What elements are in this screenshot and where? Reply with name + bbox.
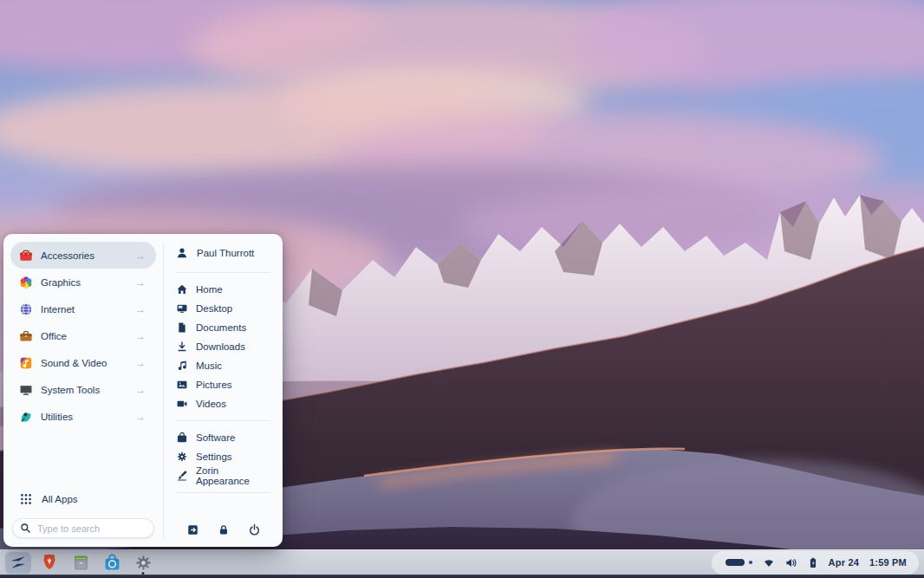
toolbox-icon <box>19 249 33 263</box>
briefcase-icon <box>19 329 33 343</box>
category-utilities[interactable]: Utilities → <box>10 403 156 430</box>
all-apps-label: All Apps <box>42 494 78 504</box>
menu-item-label: Settings <box>196 451 232 462</box>
file-cabinet-icon <box>72 554 90 572</box>
place-downloads[interactable]: Downloads <box>176 337 270 356</box>
menu-item-zorin-appearance[interactable]: Zorin Appearance <box>176 466 270 485</box>
brave-browser-button[interactable] <box>36 552 62 574</box>
category-label: Office <box>41 331 127 341</box>
category-label: Utilities <box>41 412 127 422</box>
submenu-arrow-icon: → <box>135 412 146 422</box>
menu-item-label: Zorin Appearance <box>196 465 270 486</box>
menu-item-label: Software <box>196 432 235 443</box>
files-button[interactable] <box>68 552 94 574</box>
wifi-icon <box>763 557 775 568</box>
battery-pill-icon <box>726 559 752 566</box>
download-icon <box>176 341 188 353</box>
brush-icon <box>176 470 188 482</box>
settings-button[interactable] <box>130 552 156 574</box>
desktop-icon <box>176 302 188 315</box>
place-music[interactable]: Music <box>176 356 270 375</box>
lock-icon <box>218 523 230 536</box>
software-store-button[interactable] <box>99 552 125 574</box>
zorin-logo-icon <box>9 553 28 572</box>
screen-bottom-edge <box>0 575 924 578</box>
menu-item-settings[interactable]: Settings <box>176 447 270 466</box>
user-icon <box>176 247 188 259</box>
software-bag-icon <box>176 432 188 444</box>
place-videos[interactable]: Videos <box>176 394 270 413</box>
place-label: Music <box>196 360 222 371</box>
place-label: Pictures <box>196 380 232 390</box>
system-tray[interactable]: Apr 24 1:59 PM <box>712 551 919 575</box>
submenu-arrow-icon: → <box>135 331 146 341</box>
place-desktop[interactable]: Desktop <box>176 299 270 318</box>
all-apps-button[interactable]: All Apps <box>10 488 156 510</box>
brave-shield-icon <box>41 553 58 572</box>
power-icon <box>248 523 261 536</box>
app-menu-panel: Accessories → Graphics → <box>3 234 283 547</box>
tray-clock: 1:59 PM <box>869 557 907 568</box>
apps-grid-icon <box>19 492 33 506</box>
graphics-flower-icon <box>19 276 33 289</box>
user-account-item[interactable]: Paul Thurrott <box>176 241 270 265</box>
submenu-arrow-icon: → <box>135 250 146 261</box>
gear-icon <box>134 554 153 572</box>
battery-icon <box>808 556 818 569</box>
category-label: Graphics <box>41 277 127 288</box>
submenu-arrow-icon: → <box>135 304 146 315</box>
logout-button[interactable] <box>183 521 202 538</box>
divider <box>176 492 270 493</box>
volume-icon <box>785 557 797 568</box>
place-documents[interactable]: Documents <box>176 318 270 337</box>
search-icon <box>20 523 31 534</box>
menu-categories-column: Accessories → Graphics → <box>3 234 163 547</box>
menu-spacer <box>10 430 156 488</box>
menu-places-column: Paul Thurrott Home Desktop <box>164 234 283 547</box>
category-graphics[interactable]: Graphics → <box>10 269 156 295</box>
category-system-tools[interactable]: System Tools → <box>10 376 156 403</box>
category-label: Sound & Video <box>41 358 127 368</box>
blue-bag-icon <box>103 554 121 572</box>
category-label: System Tools <box>41 385 127 395</box>
zorin-menu-button[interactable] <box>5 552 31 574</box>
category-label: Internet <box>41 304 127 315</box>
media-icon <box>19 356 33 370</box>
category-sound-video[interactable]: Sound & Video → <box>10 349 156 376</box>
place-label: Desktop <box>196 303 232 314</box>
menu-item-software[interactable]: Software <box>176 428 270 447</box>
desktop-screen: Accessories → Graphics → <box>0 0 924 578</box>
power-button[interactable] <box>244 521 264 538</box>
place-home[interactable]: Home <box>176 280 270 299</box>
user-name: Paul Thurrott <box>197 248 254 258</box>
place-label: Documents <box>196 322 246 333</box>
video-camera-icon <box>176 398 188 410</box>
monitor-icon <box>19 383 33 397</box>
globe-icon <box>19 302 33 316</box>
home-icon <box>176 283 188 295</box>
search-input[interactable] <box>12 518 154 538</box>
place-label: Home <box>196 284 223 295</box>
submenu-arrow-icon: → <box>135 277 146 288</box>
taskbar: Apr 24 1:59 PM <box>0 549 924 575</box>
tray-date: Apr 24 <box>829 557 859 568</box>
submenu-arrow-icon: → <box>135 358 146 368</box>
session-buttons-row <box>176 517 270 538</box>
place-label: Videos <box>196 399 226 409</box>
taskbar-app-icons <box>5 552 156 574</box>
picture-icon <box>176 379 188 391</box>
place-pictures[interactable]: Pictures <box>176 375 270 394</box>
document-icon <box>176 321 188 334</box>
music-note-icon <box>176 360 188 372</box>
category-internet[interactable]: Internet → <box>10 295 156 322</box>
submenu-arrow-icon: → <box>135 385 146 395</box>
logout-icon <box>186 523 199 536</box>
lock-button[interactable] <box>214 521 233 538</box>
gear-icon <box>176 451 188 463</box>
search-box <box>12 518 154 538</box>
category-office[interactable]: Office → <box>10 322 156 349</box>
divider <box>176 420 270 421</box>
place-label: Downloads <box>196 341 245 352</box>
divider <box>176 272 270 273</box>
category-accessories[interactable]: Accessories → <box>10 242 156 269</box>
